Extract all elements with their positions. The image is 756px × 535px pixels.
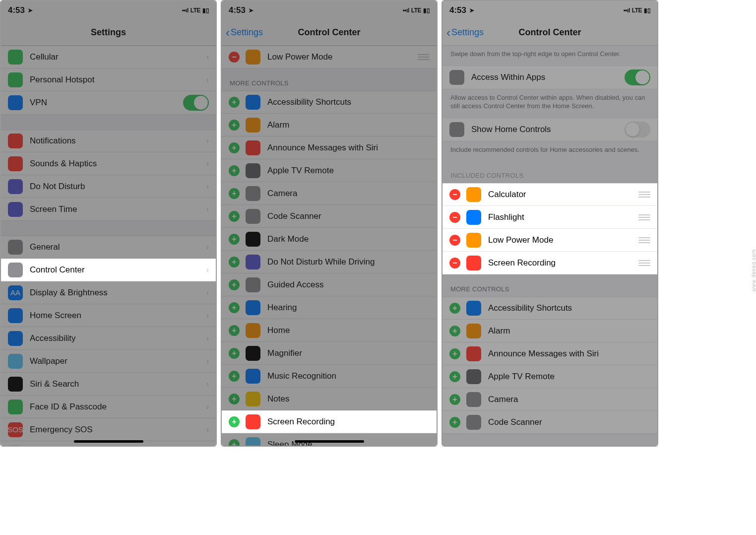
toggle[interactable] xyxy=(183,95,209,111)
screenrec-icon xyxy=(466,256,481,270)
row-codescanner[interactable]: +Code Scanner xyxy=(442,411,657,434)
row-screentime[interactable]: Screen Time› xyxy=(1,198,216,221)
row-homectrl[interactable]: Show Home Controls xyxy=(442,118,657,141)
row-siri[interactable]: Siri & Search› xyxy=(1,373,216,396)
remove-button[interactable]: − xyxy=(449,189,460,200)
toggle[interactable] xyxy=(625,122,650,137)
row-music[interactable]: +Music Recognition xyxy=(222,365,437,388)
row-vpn[interactable]: VPN xyxy=(1,91,216,115)
row-camera[interactable]: +Camera xyxy=(222,182,437,205)
remove-button[interactable]: − xyxy=(229,52,240,63)
add-button[interactable]: + xyxy=(229,165,240,176)
add-button[interactable]: + xyxy=(229,348,240,359)
row-darkmode[interactable]: +Dark Mode xyxy=(222,228,437,251)
drag-handle[interactable] xyxy=(638,237,650,243)
controlcenter-icon xyxy=(8,263,23,277)
add-button[interactable]: + xyxy=(229,188,240,199)
add-button[interactable]: + xyxy=(229,371,240,382)
row-access[interactable]: Access Within Apps xyxy=(442,66,657,89)
row-hotspot[interactable]: Personal Hotspot› xyxy=(1,68,216,91)
row-home[interactable]: +Home xyxy=(222,319,437,342)
row-general[interactable]: General› xyxy=(1,236,216,259)
page-title: Settings xyxy=(91,27,126,38)
hotspot-icon xyxy=(8,72,23,87)
row-announce[interactable]: +Announce Messages with Siri xyxy=(442,342,657,365)
row-announce[interactable]: +Announce Messages with Siri xyxy=(222,136,437,159)
row-notes[interactable]: +Notes xyxy=(222,388,437,410)
add-button[interactable]: + xyxy=(229,279,240,290)
row-sounds[interactable]: Sounds & Haptics› xyxy=(1,152,216,175)
add-button[interactable]: + xyxy=(229,325,240,336)
row-screenrec[interactable]: −Screen Recording xyxy=(442,252,657,274)
nav-header: Settings xyxy=(1,20,216,46)
row-calc[interactable]: −Calculator xyxy=(442,183,657,206)
row-wallpaper[interactable]: Wallpaper› xyxy=(1,350,216,373)
row-sleep[interactable]: +Sleep Mode xyxy=(222,433,437,446)
add-button[interactable]: + xyxy=(229,257,240,268)
access-icon xyxy=(449,70,464,85)
add-button[interactable]: + xyxy=(229,416,240,427)
add-button[interactable]: + xyxy=(229,234,240,245)
add-button[interactable]: + xyxy=(229,120,240,131)
row-appletv[interactable]: +Apple TV Remote xyxy=(442,365,657,388)
wallpaper-icon xyxy=(8,354,23,369)
row-camera[interactable]: +Camera xyxy=(442,388,657,411)
back-button[interactable]: ‹Settings xyxy=(226,26,263,40)
signal-icon: ••ıl xyxy=(624,7,630,14)
row-alarm[interactable]: +Alarm xyxy=(442,320,657,342)
row-flash[interactable]: −Flashlight xyxy=(442,206,657,229)
drag-handle[interactable] xyxy=(638,214,650,220)
back-button[interactable]: ‹Settings xyxy=(446,26,484,40)
row-notifications[interactable]: Notifications› xyxy=(1,130,216,152)
home-footer: Include recommended controls for Home ac… xyxy=(442,141,657,161)
row-alarm[interactable]: +Alarm xyxy=(222,114,437,136)
add-button[interactable]: + xyxy=(229,302,240,313)
row-homescreen[interactable]: Home Screen› xyxy=(1,304,216,327)
add-button[interactable]: + xyxy=(449,348,460,359)
add-button[interactable]: + xyxy=(229,211,240,222)
home-indicator[interactable] xyxy=(295,440,364,443)
drag-handle[interactable] xyxy=(638,260,650,266)
home-indicator[interactable] xyxy=(74,440,143,443)
row-accessibility[interactable]: Accessibility› xyxy=(1,327,216,350)
battery-icon: ▮▯ xyxy=(644,7,650,14)
toggle[interactable] xyxy=(625,69,650,85)
drag-handle[interactable] xyxy=(638,192,650,198)
row-hearing[interactable]: +Hearing xyxy=(222,296,437,319)
row-a11y[interactable]: +Accessibility Shortcuts xyxy=(222,91,437,114)
row-label: Show Home Controls xyxy=(471,125,625,134)
row-codescanner[interactable]: +Code Scanner xyxy=(222,205,437,228)
row-display[interactable]: AADisplay & Brightness› xyxy=(1,281,216,304)
codescanner-icon xyxy=(466,415,481,430)
add-button[interactable]: + xyxy=(449,394,460,405)
row-magnifier[interactable]: +Magnifier xyxy=(222,342,437,365)
row-label: General xyxy=(30,242,202,252)
row-sos[interactable]: SOSEmergency SOS› xyxy=(1,418,216,441)
add-button[interactable]: + xyxy=(229,142,240,153)
add-button[interactable]: + xyxy=(449,417,460,428)
add-button[interactable]: + xyxy=(229,394,240,404)
row-guided[interactable]: +Guided Access xyxy=(222,273,437,296)
drag-handle[interactable] xyxy=(418,54,430,60)
remove-button[interactable]: − xyxy=(449,212,460,223)
row-dnddrive[interactable]: +Do Not Disturb While Driving xyxy=(222,251,437,273)
add-button[interactable]: + xyxy=(229,439,240,446)
row-a11y[interactable]: +Accessibility Shortcuts xyxy=(442,297,657,320)
add-button[interactable]: + xyxy=(449,371,460,382)
row-screenrec[interactable]: +Screen Recording xyxy=(222,410,437,433)
row-faceid[interactable]: Face ID & Passcode› xyxy=(1,396,216,418)
add-button[interactable]: + xyxy=(449,326,460,336)
add-button[interactable]: + xyxy=(449,303,460,314)
row-dnd[interactable]: Do Not Disturb› xyxy=(1,175,216,198)
row-appletv[interactable]: +Apple TV Remote xyxy=(222,159,437,182)
remove-button[interactable]: − xyxy=(449,258,460,268)
row-controlcenter[interactable]: Control Center› xyxy=(1,259,216,281)
add-button[interactable]: + xyxy=(229,97,240,108)
row-label: Cellular xyxy=(30,52,202,62)
row-lowpower[interactable]: −Low Power Mode xyxy=(442,229,657,252)
signal-icon: ••ıl xyxy=(182,7,189,14)
row-label: VPN xyxy=(30,98,183,108)
row-cellular[interactable]: Cellular› xyxy=(1,46,216,68)
remove-button[interactable]: − xyxy=(449,235,460,246)
row-lowpower[interactable]: −Low Power Mode xyxy=(222,46,437,68)
